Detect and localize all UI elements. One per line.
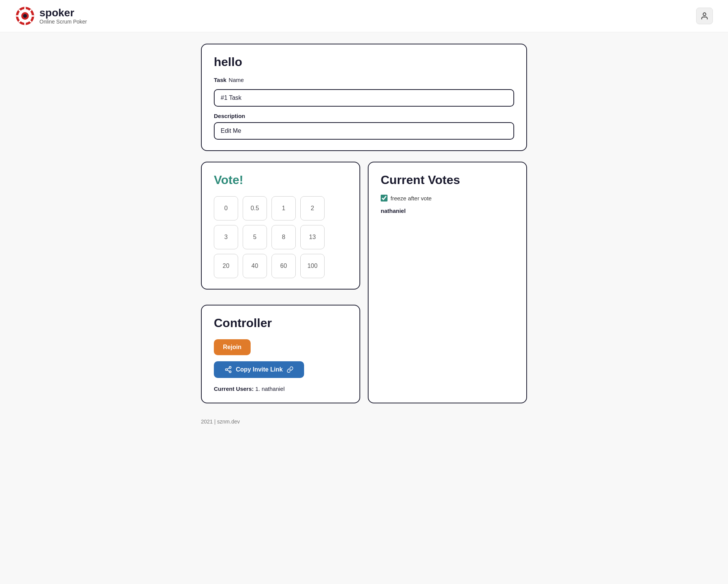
svg-rect-7 xyxy=(31,15,34,17)
logo-title: spoker xyxy=(39,7,87,19)
copy-invite-button[interactable]: Copy Invite Link xyxy=(214,361,304,378)
task-card: hello Task Name Description xyxy=(201,44,527,151)
main-content: hello Task Name Description Vote! 00.512… xyxy=(193,32,535,415)
freeze-label: freeze after vote xyxy=(391,195,431,201)
link-icon xyxy=(287,366,293,373)
current-users-label: Current Users: xyxy=(214,386,254,392)
svg-point-3 xyxy=(23,14,27,18)
svg-line-16 xyxy=(227,370,229,371)
bottom-section: Vote! 00.51235813204060100 Controller Re… xyxy=(201,162,527,403)
vote-option-button[interactable]: 0.5 xyxy=(243,196,267,220)
current-votes-title: Current Votes xyxy=(381,173,514,187)
vote-option-button[interactable]: 100 xyxy=(300,254,325,278)
current-users-value: 1. nathaniel xyxy=(255,386,285,392)
freeze-row: freeze after vote xyxy=(381,195,514,201)
svg-point-12 xyxy=(703,13,706,16)
svg-rect-6 xyxy=(16,15,19,17)
vote-option-button[interactable]: 0 xyxy=(214,196,238,220)
task-field-label: Task xyxy=(214,77,226,83)
vote-option-button[interactable]: 1 xyxy=(271,196,296,220)
task-card-title: hello xyxy=(214,55,514,69)
controller-title: Controller xyxy=(214,316,347,330)
svg-line-17 xyxy=(227,368,229,369)
logo-icon xyxy=(15,6,35,26)
svg-rect-5 xyxy=(24,22,26,25)
vote-card: Vote! 00.51235813204060100 xyxy=(201,162,360,290)
vote-option-button[interactable]: 5 xyxy=(243,225,267,249)
freeze-checkbox[interactable] xyxy=(381,195,388,201)
vote-option-button[interactable]: 13 xyxy=(300,225,325,249)
logo-text-block: spoker Online Scrum Poker xyxy=(39,7,87,25)
task-name-input[interactable] xyxy=(214,89,514,107)
vote-option-button[interactable]: 2 xyxy=(300,196,325,220)
vote-option-button[interactable]: 8 xyxy=(271,225,296,249)
footer: 2021 | sznm.dev xyxy=(193,415,535,440)
vote-option-button[interactable]: 3 xyxy=(214,225,238,249)
copy-invite-label: Copy Invite Link xyxy=(236,366,283,373)
header: spoker Online Scrum Poker xyxy=(0,0,728,32)
user-avatar-button[interactable] xyxy=(696,8,713,24)
vote-title: Vote! xyxy=(214,173,347,187)
current-users-row: Current Users: 1. nathaniel xyxy=(214,386,347,392)
svg-rect-4 xyxy=(24,7,26,10)
vote-option-button[interactable]: 60 xyxy=(271,254,296,278)
logo-subtitle: Online Scrum Poker xyxy=(39,19,87,25)
vote-option-button[interactable]: 20 xyxy=(214,254,238,278)
name-field-label: Name xyxy=(229,77,244,83)
vote-option-button[interactable]: 40 xyxy=(243,254,267,278)
share-icon xyxy=(224,366,232,373)
current-votes-card: Current Votes freeze after vote nathanie… xyxy=(368,162,527,403)
rejoin-button[interactable]: Rejoin xyxy=(214,339,251,355)
voter-name: nathaniel xyxy=(381,208,514,214)
description-label: Description xyxy=(214,113,514,119)
vote-buttons: 00.51235813204060100 xyxy=(214,196,347,278)
user-icon xyxy=(700,12,709,20)
footer-text: 2021 | sznm.dev xyxy=(201,419,240,425)
controller-card: Controller Rejoin Copy Invite Link xyxy=(201,305,360,403)
logo-area: spoker Online Scrum Poker xyxy=(15,6,87,26)
task-description-input[interactable] xyxy=(214,122,514,140)
left-column: Vote! 00.51235813204060100 Controller Re… xyxy=(201,162,360,403)
